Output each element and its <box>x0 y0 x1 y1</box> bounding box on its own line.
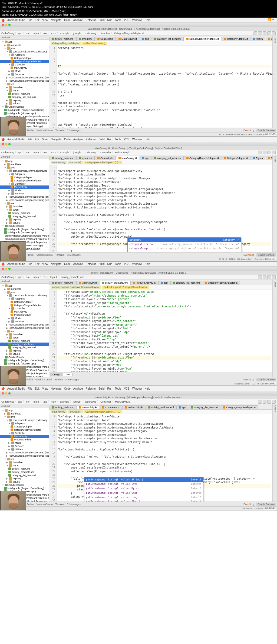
ac-item-2[interactable]: categoryImagefrom category_list_item.xml… <box>128 246 241 251</box>
tree-category-adapter[interactable]: CategoryAdapter <box>0 57 49 60</box>
tree-pkg-test[interactable]: ▶com.example.jonnyb.coderswag (test) <box>0 79 49 82</box>
code-1[interactable]: derswag.Adapters17."kw">val "cmt">contex… <box>57 46 272 128</box>
tab-6[interactable]: CategoryRecycleAdapter.kt <box>184 37 221 41</box>
tab-3[interactable]: MainActivity.kt <box>116 37 139 41</box>
tree-main-activity[interactable]: MainActivity <box>0 66 49 69</box>
menu-window[interactable]: Window <box>132 19 142 22</box>
menu-analyze[interactable]: Analyze <box>73 19 83 22</box>
code-area-1[interactable]: 1234515181922232627282932333435363738394… <box>49 46 272 128</box>
ac-item-3[interactable]: putExtra(name: String!, value: Char)Inte… <box>84 491 203 495</box>
ac-item-1[interactable]: categoryListViewfrom activity_main.xml f… <box>128 242 241 246</box>
menu-view[interactable]: View <box>42 19 48 22</box>
tree-pkg[interactable]: ▼com.example.jonnyb.coderswag <box>0 50 49 53</box>
project-tree[interactable]: ▼app ▶manifests ▼java ▼com.example.jonny… <box>0 40 49 128</box>
menu-help[interactable]: Help <box>144 19 150 22</box>
tree-build-gradle-module[interactable]: build.gradle (Module: app) <box>0 112 49 115</box>
version-control-tab[interactable]: Version Control <box>37 129 53 132</box>
tree-services[interactable]: ▶Services <box>0 73 49 76</box>
tree-activity-main-xml[interactable]: activity_main.xml <box>0 92 49 95</box>
menu-run[interactable]: Run <box>107 19 112 22</box>
menu-file[interactable]: File <box>28 19 32 22</box>
ac-item-2[interactable]: putExtra(name: String!, value: Byte)Inte… <box>84 486 203 490</box>
run-icon[interactable] <box>253 31 257 35</box>
traffic-lights[interactable] <box>2 24 11 26</box>
ac-item-0[interactable]: putExtra(name: String!, value: String!)I… <box>84 477 203 482</box>
ac-item-1[interactable]: putExtra(name: String!, value: Int)Inten… <box>84 482 203 486</box>
editor-2: activity_main.xml styles.xml Controller.… <box>49 155 272 252</box>
menu-vcs[interactable]: VCS <box>124 19 130 22</box>
sync-icon[interactable] <box>272 31 276 35</box>
eb-class[interactable]: CategoryRecycleAdapter <box>51 42 81 45</box>
tree-gradle-scripts[interactable]: ▼Gradle Scripts <box>0 105 49 108</box>
bottom-toolbar: minutes ago) Android Profiler Version Co… <box>0 128 277 132</box>
menu-edit[interactable]: Edit <box>35 19 39 22</box>
code-area-4[interactable]: 7891011121314151617181920212223242526272… <box>49 414 272 502</box>
tab-9[interactable]: Category.kt <box>266 37 272 41</box>
bc-root[interactable]: CoderSwag <box>1 32 14 35</box>
tree-mipmap[interactable]: ▶mipmap <box>0 99 49 102</box>
tree-manifests[interactable]: ▶manifests <box>0 44 49 47</box>
text-tab[interactable]: Text <box>63 373 72 376</box>
tab-0[interactable]: activity_main.xml <box>50 37 76 41</box>
tree-build-gradle-project[interactable]: build.gradle (Project: CoderSwag) <box>0 108 49 112</box>
design-tab[interactable]: Design <box>50 373 62 376</box>
tab-7[interactable]: CategoryAdapter.kt <box>222 37 250 41</box>
menu-refactor[interactable]: Refactor <box>85 19 96 22</box>
terminal-tab[interactable]: Terminal <box>55 129 65 132</box>
code-area-3[interactable]: 3456789101112131415161718192021222324252… <box>49 290 272 372</box>
gradle-console-tab[interactable]: Gradle Console <box>256 129 276 132</box>
menu-build[interactable]: Build <box>98 19 104 22</box>
messages-tab[interactable]: 0: Messages <box>67 129 81 132</box>
tab-1[interactable]: styles.xml <box>76 37 95 41</box>
project-sidebar-2: Android ▼app ▶manifests ▼java ▼com.examp… <box>0 155 49 252</box>
tab-4[interactable]: app <box>140 37 151 41</box>
editor-tabs: activity_main.xml styles.xml Controller.… <box>49 36 272 41</box>
sidebar-header[interactable]: Android <box>0 36 49 40</box>
menu-code[interactable]: Code <box>64 19 71 22</box>
tree-category-recycle-adapter[interactable]: CategoryRecycleAdapter <box>0 60 49 63</box>
menu-extra-icon: ≡ <box>272 18 275 21</box>
ac-item-5[interactable]: putExtra(name: String!, value: Float)Int… <box>84 499 203 502</box>
tree-adapters[interactable]: ▼Adapters <box>0 53 49 57</box>
avd-icon[interactable] <box>263 31 266 35</box>
webcam-overlay <box>0 117 26 136</box>
video-timestamp-4: 00:10:40 <box>265 507 276 510</box>
wifi-icon: 📶 <box>268 18 270 21</box>
minimize-icon[interactable] <box>5 24 7 26</box>
tree-controller[interactable]: ▼Controller <box>0 63 49 66</box>
eb-method[interactable]: onBindViewHolder() <box>82 42 107 45</box>
code-area-2[interactable]: 2345678910111213141516171819202122232425… <box>49 165 272 252</box>
breadcrumb-bar: CoderSwag〉 app〉 src〉 main〉 java〉 com〉 ex… <box>0 31 277 36</box>
tree-category-list-item-xml[interactable]: category_list_item.xml <box>0 95 49 99</box>
status-text-1: 16:69 LF÷ UTF-8÷ Git: lesson-06 ÷ <box>219 133 252 136</box>
ac-item-4[interactable]: putExtra(name: String!, value: Long)Inte… <box>84 495 203 499</box>
close-icon[interactable] <box>2 24 4 26</box>
sdk-icon[interactable] <box>267 31 271 35</box>
debug-icon[interactable] <box>258 31 262 35</box>
ide-frame-1: 🍎 Android Studio File Edit View Navigate… <box>0 18 277 137</box>
tree-res[interactable]: ▼res <box>0 82 49 86</box>
tree-drawable[interactable]: ▶drawable <box>0 86 49 89</box>
tree-layout[interactable]: ▼layout <box>0 89 49 92</box>
tab-2[interactable]: Controller.kt <box>95 37 116 41</box>
editor-1: activity_main.xml styles.xml Controller.… <box>49 36 272 128</box>
menu-tools[interactable]: Tools <box>115 19 121 22</box>
autocomplete-popup-2[interactable]: categoryCategory -> categoryListViewfrom… <box>127 237 241 252</box>
event-log-tab[interactable]: Event Log <box>243 129 255 132</box>
tree-model[interactable]: ▶Model <box>0 69 49 73</box>
tab-8[interactable]: R.java <box>250 37 265 41</box>
project-sidebar: Android ▼app ▶manifests ▼java ▼com.examp… <box>0 36 49 128</box>
tree-java[interactable]: ▼java <box>0 47 49 50</box>
tab-5[interactable]: category_list_item.xml <box>152 37 184 41</box>
tree-pkg-androidtest[interactable]: ▶com.example.jonnyb.coderswag (androidTe… <box>0 76 49 79</box>
tree-values[interactable]: ▶values <box>0 102 49 105</box>
menu-navigate[interactable]: Navigate <box>51 19 61 22</box>
menubar: 🍎 Android Studio File Edit View Navigate… <box>0 137 277 142</box>
right-side-tabs[interactable]: Gradle <box>272 36 277 128</box>
gutter: 1234515181922232627282932333435363738394… <box>49 46 57 128</box>
ac-item-0[interactable]: categoryCategory -> <box>128 238 241 242</box>
maximize-icon[interactable] <box>8 24 11 26</box>
ac-item-3[interactable]: categoryNamefrom category_list_item.xml … <box>128 251 241 253</box>
tree-app[interactable]: ▼app <box>0 40 49 44</box>
autocomplete-popup-4[interactable]: putExtra(name: String!, value: String!)I… <box>84 477 203 502</box>
